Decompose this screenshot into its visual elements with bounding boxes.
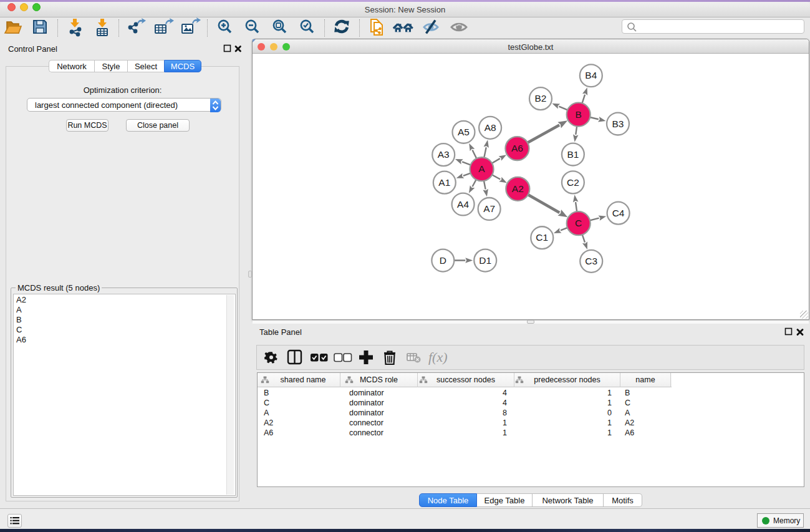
svg-text:D: D [440, 255, 446, 266]
svg-text:A3: A3 [438, 149, 450, 160]
svg-text:A4: A4 [457, 199, 469, 210]
svg-text:B1: B1 [567, 149, 579, 160]
svg-text:A: A [478, 163, 485, 174]
svg-text:A1: A1 [438, 177, 450, 188]
svg-text:B3: B3 [612, 118, 624, 129]
svg-text:A6: A6 [511, 143, 523, 153]
svg-text:f(x): f(x) [428, 349, 448, 365]
svg-text:A8: A8 [485, 122, 496, 133]
svg-text:D1: D1 [479, 255, 491, 266]
svg-text:C3: C3 [585, 256, 597, 266]
svg-text:A5: A5 [458, 127, 470, 137]
svg-text:A7: A7 [483, 203, 495, 214]
svg-text:A2: A2 [512, 183, 524, 194]
svg-text:B4: B4 [585, 70, 597, 80]
svg-text:C4: C4 [612, 208, 625, 218]
svg-text:B2: B2 [535, 93, 547, 104]
svg-text:C1: C1 [536, 232, 548, 243]
svg-text:C2: C2 [567, 177, 579, 188]
svg-text:C: C [575, 218, 582, 228]
svg-text:B: B [576, 109, 582, 120]
